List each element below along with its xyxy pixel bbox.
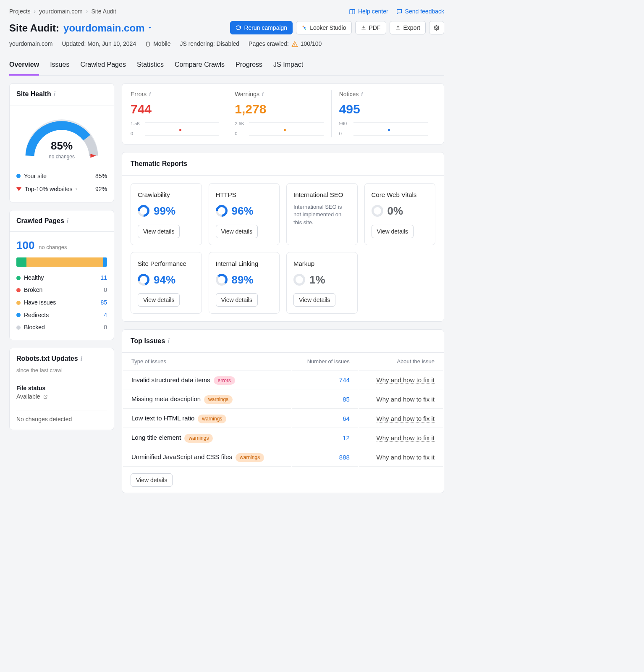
info-icon[interactable]: i — [54, 89, 55, 99]
stats-card: Errorsi 744 1.5K 0 Warningsi 1,278 — [122, 83, 444, 144]
settings-button[interactable] — [429, 21, 444, 34]
help-center-link[interactable]: Help center — [349, 8, 388, 16]
refresh-icon — [236, 25, 241, 31]
crawled-legend-item[interactable]: Broken0 — [16, 284, 107, 297]
crawled-stackbar — [16, 257, 107, 267]
robots-nochanges: No changes detected — [16, 415, 107, 424]
export-button[interactable]: Export — [390, 21, 426, 34]
download-icon — [361, 25, 367, 31]
thematic-label: Markup — [293, 259, 351, 268]
info-icon[interactable]: i — [168, 336, 169, 346]
issue-name[interactable]: Invalid structured data items — [131, 376, 210, 383]
stat-errors[interactable]: Errorsi 744 1.5K 0 — [131, 90, 227, 137]
looker-studio-button[interactable]: Looker Studio — [296, 21, 351, 34]
info-icon[interactable]: i — [149, 90, 151, 99]
stat-warnings[interactable]: Warningsi 1,278 2.6K 0 — [227, 90, 331, 137]
fix-link[interactable]: Why and how to fix it — [377, 415, 435, 423]
rerun-campaign-button[interactable]: Rerun campaign — [230, 21, 293, 34]
crawled-legend-item[interactable]: Redirects4 — [16, 309, 107, 322]
pdf-button[interactable]: PDF — [355, 21, 386, 34]
tab-issues[interactable]: Issues — [50, 60, 69, 75]
issue-count[interactable]: 888 — [339, 454, 350, 461]
thematic-note: International SEO is not implemented on … — [293, 203, 351, 226]
issue-name[interactable]: Long title element — [131, 434, 181, 441]
issue-name[interactable]: Low text to HTML ratio — [131, 415, 194, 422]
view-details-button[interactable]: View details — [138, 225, 180, 238]
col-about: About the issue — [359, 354, 443, 370]
issue-row: Invalid structured data itemserrors744Wh… — [123, 371, 443, 390]
issue-count[interactable]: 12 — [343, 434, 350, 441]
tab-statistics[interactable]: Statistics — [137, 60, 164, 75]
fix-link[interactable]: Why and how to fix it — [377, 454, 435, 461]
fix-link[interactable]: Why and how to fix it — [377, 434, 435, 442]
svg-point-4 — [305, 29, 306, 30]
thematic-title: Thematic Reports — [122, 152, 444, 176]
crawled-pages-card: Crawled Pages i 100 no changes Healthy11… — [9, 210, 114, 340]
issue-pill: warnings — [198, 415, 226, 423]
fix-link[interactable]: Why and how to fix it — [377, 376, 435, 384]
looker-icon — [301, 25, 307, 31]
chevron-right-icon: › — [86, 8, 88, 16]
crawled-legend-item[interactable]: Blocked0 — [16, 321, 107, 334]
breadcrumb-item[interactable]: Projects — [9, 8, 31, 16]
info-icon[interactable]: i — [67, 216, 68, 226]
crawled-legend-item[interactable]: Have issues85 — [16, 297, 107, 309]
crawled-legend-item[interactable]: Healthy11 — [16, 272, 107, 284]
robots-status-link[interactable]: Available — [16, 393, 107, 401]
gear-icon — [433, 24, 440, 31]
breadcrumb-item[interactable]: yourdomain.com — [39, 8, 83, 16]
view-details-button[interactable]: View details — [138, 293, 180, 307]
tab-compare-crawls[interactable]: Compare Crawls — [175, 60, 225, 75]
thematic-card: Site Performance94%View details — [131, 252, 202, 314]
fix-link[interactable]: Why and how to fix it — [377, 396, 435, 403]
dot-icon — [16, 313, 21, 317]
tab-crawled-pages[interactable]: Crawled Pages — [80, 60, 126, 75]
mobile-icon — [145, 41, 151, 47]
issue-count[interactable]: 744 — [339, 376, 350, 383]
col-type: Type of issues — [123, 354, 291, 370]
issue-name[interactable]: Unminified JavaScript and CSS files — [131, 453, 232, 460]
tab-progress[interactable]: Progress — [236, 60, 262, 75]
top10-row[interactable]: Top-10% websites 92% — [16, 183, 107, 196]
issue-pill: warnings — [184, 434, 213, 443]
thematic-label: Internal Linking — [216, 259, 273, 268]
meta-domain: yourdomain.com — [9, 40, 53, 48]
stat-notices[interactable]: Noticesi 495 990 0 — [331, 90, 435, 137]
info-icon[interactable]: i — [81, 354, 82, 363]
view-details-button[interactable]: View details — [293, 293, 335, 307]
triangle-down-icon — [16, 187, 21, 191]
info-icon[interactable]: i — [361, 90, 363, 99]
meta-crawled: Pages crawled: 100/100 — [249, 40, 322, 48]
chevron-down-icon — [147, 25, 153, 31]
legend-top10: Top-10% websites — [25, 186, 73, 192]
svg-point-9 — [294, 45, 295, 46]
robots-sub: since the last crawl — [16, 367, 107, 374]
breadcrumb-item[interactable]: Site Audit — [91, 8, 116, 16]
view-details-button[interactable]: View details — [216, 293, 258, 307]
view-details-button[interactable]: View details — [372, 225, 414, 238]
domain-dropdown[interactable]: yourdomain.com — [63, 21, 153, 35]
issue-name[interactable]: Missing meta description — [131, 395, 201, 402]
thematic-card: HTTPS96%View details — [209, 183, 280, 245]
stat-errors-value: 744 — [131, 100, 219, 118]
issue-row: Low text to HTML ratiowarnings64Why and … — [123, 410, 443, 428]
thematic-pct: 94% — [154, 272, 175, 287]
ring-icon — [135, 203, 152, 220]
send-feedback-link[interactable]: Send feedback — [396, 8, 444, 16]
issue-row: Long title elementwarnings12Why and how … — [123, 429, 443, 447]
robots-title: Robots.txt Updates — [16, 354, 78, 363]
ring-icon — [216, 274, 228, 286]
info-icon[interactable]: i — [262, 90, 264, 99]
meta-row: yourdomain.com Updated: Mon, Jun 10, 202… — [9, 40, 444, 48]
top-issues-view-details-button[interactable]: View details — [131, 473, 173, 487]
dot-icon — [16, 301, 21, 305]
crawled-sub: no changes — [39, 244, 67, 250]
issue-count[interactable]: 85 — [343, 396, 350, 403]
crawled-count: 100 — [16, 238, 34, 253]
issue-row: Unminified JavaScript and CSS fileswarni… — [123, 448, 443, 467]
tab-overview[interactable]: Overview — [9, 60, 39, 76]
top-issues-title: Top Issues — [131, 336, 165, 346]
view-details-button[interactable]: View details — [216, 225, 258, 238]
issue-count[interactable]: 64 — [343, 415, 350, 422]
tab-js-impact[interactable]: JS Impact — [273, 60, 303, 75]
